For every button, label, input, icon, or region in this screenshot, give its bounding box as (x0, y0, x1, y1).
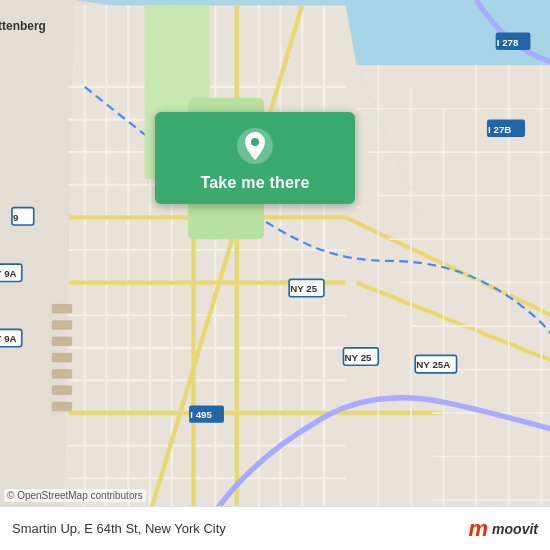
svg-text:NY 25A: NY 25A (416, 359, 450, 370)
take-me-there-card[interactable]: Take me there (155, 112, 355, 204)
svg-text:Guttenberg: Guttenberg (0, 19, 46, 33)
location-text: Smartin Up, E 64th St, New York City (12, 521, 226, 536)
svg-rect-81 (52, 353, 72, 362)
svg-text:I 278: I 278 (497, 37, 519, 48)
svg-rect-79 (52, 321, 72, 330)
map-background: I 278 I 27B I 495 9 NY 9A NY 9A NY 25 NY… (0, 0, 550, 550)
svg-rect-82 (52, 370, 72, 379)
moovit-m-icon: m (469, 518, 489, 540)
svg-text:9: 9 (13, 212, 19, 223)
svg-text:NY 9A: NY 9A (0, 268, 17, 279)
location-pin-icon (235, 126, 275, 166)
svg-text:NY 25: NY 25 (345, 352, 373, 363)
svg-rect-83 (52, 386, 72, 395)
svg-rect-84 (52, 402, 72, 411)
svg-text:I 27B: I 27B (488, 124, 511, 135)
bottom-bar: Smartin Up, E 64th St, New York City m m… (0, 506, 550, 550)
take-me-there-label: Take me there (200, 174, 309, 192)
svg-point-86 (251, 138, 259, 146)
svg-text:NY 9A: NY 9A (0, 333, 17, 344)
moovit-logo: m moovit (469, 518, 538, 540)
svg-text:I 495: I 495 (190, 409, 212, 420)
map-container: I 278 I 27B I 495 9 NY 9A NY 9A NY 25 NY… (0, 0, 550, 550)
moovit-text: moovit (492, 521, 538, 537)
svg-rect-78 (52, 304, 72, 313)
attribution-text: © OpenStreetMap contributors (4, 489, 146, 502)
svg-text:NY 25: NY 25 (290, 283, 318, 294)
svg-rect-80 (52, 337, 72, 346)
